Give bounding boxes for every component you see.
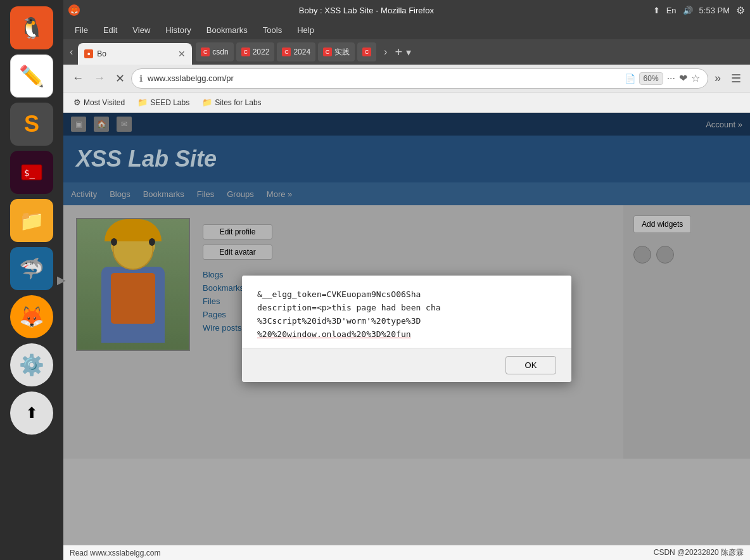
c-favicon: C bbox=[362, 48, 371, 56]
2024-tab-label: 2024 bbox=[293, 48, 310, 56]
firefox-sidebar-icon[interactable]: 🦊 bbox=[10, 295, 53, 338]
csdn-tab-label: csdn bbox=[212, 48, 228, 56]
status-bar: Read www.xsslabelgg.com CSDN @20232820 陈… bbox=[63, 545, 750, 560]
ubuntu-sidebar-icon[interactable]: 🐧 bbox=[10, 6, 53, 49]
new-tab-button[interactable]: + bbox=[392, 45, 405, 60]
svg-text:$_: $_ bbox=[24, 168, 35, 179]
window-title: Boby : XSS Lab Site - Mozilla Firefox bbox=[84, 6, 649, 15]
tab-back-button[interactable]: ‹ bbox=[66, 44, 77, 60]
url-display: www.xsslabelgg.com/pr bbox=[148, 73, 620, 83]
settings-tray-icon[interactable]: ⚙ bbox=[736, 4, 745, 16]
bookmarks-bar: ⚙ Most Visited 📁 SEED Labs 📁 Sites for L… bbox=[63, 92, 750, 113]
most-visited-icon: ⚙ bbox=[73, 98, 81, 107]
most-visited-label: Most Visited bbox=[84, 98, 125, 107]
practice-tab-label: 实践 bbox=[334, 47, 350, 58]
bm-tab-csdn[interactable]: C csdn bbox=[196, 42, 233, 61]
settings-sidebar-icon[interactable]: ⚙️ bbox=[10, 343, 53, 386]
reader-view-icon[interactable]: 📄 bbox=[625, 73, 635, 84]
tab-overflow-button[interactable]: › bbox=[380, 44, 391, 60]
alert-line2: description=<p>this page had been cha bbox=[257, 303, 441, 312]
extensions-button[interactable]: » bbox=[711, 69, 725, 87]
keyboard-layout-indicator: ⬆ bbox=[653, 6, 660, 15]
alert-overlay: &__elgg_token=CVKEuopam9NcsO06Sha descri… bbox=[63, 113, 750, 545]
2022-favicon: C bbox=[241, 48, 250, 56]
firefox-window: 🦊 Boby : XSS Lab Site - Mozilla Firefox … bbox=[63, 0, 750, 560]
page-content: ▣ 🏠 ✉ Account » XSS Lab Site Activity Bl… bbox=[63, 113, 750, 545]
menu-bookmarks[interactable]: Bookmarks bbox=[200, 23, 254, 37]
pocket-icon[interactable]: ❤ bbox=[679, 72, 687, 84]
sublime-sidebar-icon[interactable]: S bbox=[10, 103, 53, 146]
reload-stop-button[interactable]: ✕ bbox=[111, 69, 129, 88]
updates-sidebar-icon[interactable]: ⬆ bbox=[10, 391, 53, 435]
tab-list-button[interactable]: ▾ bbox=[406, 46, 411, 58]
alert-line3: %3Cscript%20id%3D'worm'%20type%3D bbox=[257, 316, 421, 326]
alert-line4: %20%20window.onload%20%3D%20fun bbox=[257, 329, 411, 339]
pinned-tabs: C csdn C 2022 C 2024 C 实践 C bbox=[193, 42, 379, 61]
alert-line1: &__elgg_token=CVKEuopam9NcsO06Sha bbox=[257, 290, 421, 299]
2022-tab-label: 2022 bbox=[253, 48, 270, 56]
bm-tab-2024[interactable]: C 2024 bbox=[277, 42, 315, 61]
tab-bar: ‹ ● Bo ✕ C csdn C 2022 C 2024 C 实践 bbox=[63, 39, 750, 65]
menu-help[interactable]: Help bbox=[291, 23, 321, 37]
menu-tools[interactable]: Tools bbox=[257, 23, 288, 37]
address-bar[interactable]: ℹ www.xsslabelgg.com/pr 📄 60% ··· ❤ ☆ bbox=[131, 68, 708, 89]
language-indicator: En bbox=[666, 6, 677, 15]
lock-icon: ℹ bbox=[139, 73, 143, 84]
most-visited-bookmark[interactable]: ⚙ Most Visited bbox=[68, 96, 130, 109]
bookmark-icon[interactable]: ☆ bbox=[691, 72, 700, 84]
files-sidebar-icon[interactable]: 📁 bbox=[10, 199, 53, 242]
alert-content: &__elgg_token=CVKEuopam9NcsO06Sha descri… bbox=[242, 276, 571, 348]
menu-file[interactable]: File bbox=[68, 23, 94, 37]
volume-icon: 🔊 bbox=[683, 6, 693, 15]
menu-edit[interactable]: Edit bbox=[97, 23, 124, 37]
text-editor-sidebar-icon[interactable]: ✏️ bbox=[10, 54, 53, 98]
terminal-sidebar-icon[interactable]: $_ bbox=[10, 151, 53, 194]
sites-for-labs-bookmark[interactable]: 📁 Sites for Labs bbox=[197, 96, 266, 109]
bm-tab-c[interactable]: C bbox=[357, 42, 376, 61]
seed-labs-icon: 📁 bbox=[137, 98, 148, 107]
alert-dialog: &__elgg_token=CVKEuopam9NcsO06Sha descri… bbox=[242, 276, 571, 381]
menu-view[interactable]: View bbox=[126, 23, 156, 37]
csdn-favicon: C bbox=[201, 48, 210, 56]
bm-tab-2022[interactable]: C 2022 bbox=[236, 42, 275, 61]
forward-button[interactable]: → bbox=[90, 69, 109, 87]
2024-favicon: C bbox=[282, 48, 291, 56]
sites-for-labs-label: Sites for Labs bbox=[215, 98, 261, 107]
alert-ok-button[interactable]: OK bbox=[505, 356, 556, 374]
address-actions: 📄 60% ··· ❤ ☆ bbox=[625, 72, 700, 85]
practice-favicon: C bbox=[323, 48, 332, 56]
active-tab-favicon: ● bbox=[84, 49, 93, 58]
menu-history[interactable]: History bbox=[159, 23, 197, 37]
status-right: CSDN @20232820 陈彦霖 bbox=[654, 547, 744, 558]
active-tab[interactable]: ● Bo ✕ bbox=[78, 43, 192, 65]
alert-actions: OK bbox=[242, 348, 571, 382]
application-sidebar: 🐧 ✏️ S $_ 📁 🦈 🦊 ⚙️ ⬆ ▶ bbox=[0, 0, 63, 560]
active-tab-title: Bo bbox=[97, 49, 174, 58]
firefox-logo-icon: 🦊 bbox=[68, 4, 80, 16]
title-bar: 🦊 Boby : XSS Lab Site - Mozilla Firefox … bbox=[63, 0, 750, 20]
seed-labs-label: SEED Labs bbox=[150, 98, 189, 107]
hamburger-menu[interactable]: ☰ bbox=[727, 69, 745, 88]
seed-labs-bookmark[interactable]: 📁 SEED Labs bbox=[132, 96, 194, 109]
zoom-indicator[interactable]: 60% bbox=[639, 72, 663, 85]
more-actions-icon[interactable]: ··· bbox=[667, 73, 675, 84]
menu-bar: File Edit View History Bookmarks Tools H… bbox=[63, 20, 750, 39]
status-left: Read www.xsslabelgg.com bbox=[70, 549, 160, 557]
clock: 5:53 PM bbox=[699, 6, 730, 15]
back-button[interactable]: ← bbox=[68, 69, 87, 87]
bm-tab-practice[interactable]: C 实践 bbox=[318, 42, 355, 61]
sites-for-labs-icon: 📁 bbox=[202, 98, 212, 107]
tab-close-button[interactable]: ✕ bbox=[178, 49, 186, 59]
wireshark-sidebar-icon[interactable]: 🦈 bbox=[10, 247, 53, 290]
nav-bar: ← → ✕ ℹ www.xsslabelgg.com/pr 📄 60% ··· … bbox=[63, 65, 750, 92]
